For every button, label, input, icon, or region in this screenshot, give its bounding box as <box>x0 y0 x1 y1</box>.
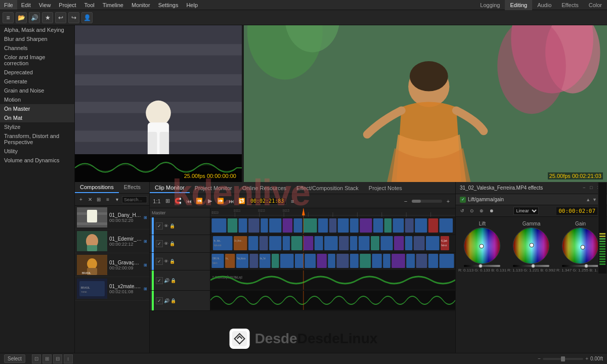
menu-settings[interactable]: Settings <box>154 0 183 10</box>
effect-blur[interactable]: Blur and Sharpen <box>0 34 74 43</box>
rp-interpolation-select[interactable]: Linear <box>513 207 539 215</box>
zoom-in-btn[interactable]: + <box>444 197 453 206</box>
loop-btn[interactable]: 🔁 <box>237 197 246 206</box>
status-snap-btn[interactable]: ⊡ <box>32 354 41 363</box>
rp-record-btn[interactable]: ⏺ <box>487 207 495 215</box>
gamma-color-wheel[interactable] <box>513 228 549 264</box>
track-v3-eye[interactable]: 👁 <box>164 241 168 246</box>
track-v3-check[interactable]: ✓ <box>156 240 163 247</box>
bin-item-2[interactable]: BRASIL 01_Gravação_Musica_C... 00:02:00:… <box>75 253 149 277</box>
status-fit-btn[interactable]: ↕ <box>64 354 73 363</box>
rw-btn[interactable]: ⏪ <box>195 197 204 206</box>
track-v4-lock[interactable]: 🔒 <box>169 223 175 229</box>
user-btn[interactable]: 👤 <box>81 12 93 23</box>
effect-up-btn[interactable]: ▲ <box>586 197 590 202</box>
menu-edit[interactable]: Edit <box>17 0 35 10</box>
zoom-out-btn[interactable]: − <box>401 197 410 206</box>
effect-on-mat[interactable]: On Mat <box>0 113 74 122</box>
fit-btn[interactable]: ⊞ <box>163 197 172 206</box>
timeline-timecode[interactable]: 00:02:21:83 <box>248 197 286 205</box>
snap-btn[interactable]: 🧲 <box>174 197 183 206</box>
effect-transform[interactable]: Transform, Distort and Perspective <box>0 131 74 147</box>
open-file-btn[interactable]: 📂 <box>16 12 27 23</box>
menu-help[interactable]: Help <box>182 0 202 10</box>
select-btn[interactable]: Select <box>4 354 25 363</box>
rp-paste-btn[interactable]: ⊕ <box>478 207 486 215</box>
play-btn[interactable]: ▶ <box>205 197 214 206</box>
bin-item-0[interactable]: 01_Dany_Hey_Vc_AI.MP... 00:00:52:20 ⊞ <box>75 206 149 230</box>
rp-minimize[interactable]: − <box>583 185 589 191</box>
effect-motion[interactable]: Motion <box>0 95 74 104</box>
track-a2-mute[interactable]: 🔊 <box>164 298 169 303</box>
effect-generate[interactable]: Generate <box>0 77 74 86</box>
bins-filter-btn[interactable]: ▾ <box>113 195 121 204</box>
tab-editing[interactable]: Editing <box>505 0 532 10</box>
track-v3-lock[interactable]: 🔒 <box>169 241 175 246</box>
rp-reset-btn[interactable]: ↺ <box>458 207 466 215</box>
effect-stylize[interactable]: Stylize <box>0 122 74 131</box>
status-tool-btn[interactable]: ⊞ <box>42 354 52 363</box>
gain-color-wheel[interactable] <box>562 228 598 264</box>
tab-audio[interactable]: Audio <box>532 0 556 10</box>
tab-compositions[interactable]: Compositions <box>75 182 119 193</box>
effect-grain[interactable]: Grain and Noise <box>0 86 74 95</box>
track-v4-eye[interactable]: 👁 <box>164 223 168 229</box>
tab-effect-stack[interactable]: Effect/Composition Stack <box>291 184 364 193</box>
status-view-btn[interactable]: ⊟ <box>53 354 62 363</box>
tab-clip-monitor[interactable]: Clip Monitor <box>150 183 190 193</box>
zoom-slider[interactable] <box>543 358 583 360</box>
menu-view[interactable]: View <box>35 0 55 10</box>
star-btn[interactable]: ★ <box>42 12 53 23</box>
tab-online-resources[interactable]: Online Resources <box>237 184 291 193</box>
effect-down-btn[interactable]: ▼ <box>592 197 597 202</box>
track-v4-check[interactable]: ✓ <box>156 222 163 230</box>
effect-alpha[interactable]: Alpha, Mask and Keying <box>0 25 74 34</box>
bin-item-1[interactable]: 01_Edemir_Levanta da... 00:00:22:12 ⊞ <box>75 230 149 253</box>
track-v2-lock[interactable]: 🔒 <box>169 259 175 264</box>
bins-list-btn[interactable]: ≡ <box>104 195 112 204</box>
audio-btn[interactable]: 🔊 <box>29 12 40 23</box>
rp-copy-btn[interactable]: ⊙ <box>468 207 476 215</box>
rp-timecode[interactable]: 00:00:02:07 <box>556 207 597 215</box>
zoom-plus-icon[interactable]: + <box>585 356 588 361</box>
bin-item-3[interactable]: BRASIL THINK 01_x2mate.com-Brasil... 00:… <box>75 277 149 301</box>
rp-maximize[interactable]: □ <box>590 185 596 191</box>
tab-project-notes[interactable]: Project Notes <box>364 184 407 193</box>
tab-logging[interactable]: Logging <box>475 0 505 10</box>
track-a1-mute[interactable]: 🔊 <box>164 278 169 283</box>
next-btn[interactable]: ⏭ <box>227 197 236 206</box>
menu-tool[interactable]: Tool <box>80 0 99 10</box>
track-a1-check[interactable]: ✓ <box>156 277 163 284</box>
ff-btn[interactable]: ⏩ <box>216 197 225 206</box>
prev-btn[interactable]: ⏮ <box>184 197 193 206</box>
bins-grid-btn[interactable]: ⊞ <box>95 195 103 204</box>
tab-project-monitor[interactable]: Project Monitor <box>190 184 237 193</box>
zoom-btn[interactable]: 1:1 <box>152 197 161 206</box>
redo-btn[interactable]: ↪ <box>68 12 79 23</box>
track-a2-check[interactable]: ✓ <box>156 297 163 304</box>
effect-on-master[interactable]: On Master <box>0 104 74 113</box>
lift-color-wheel[interactable] <box>464 228 500 264</box>
track-a2-lock[interactable]: 🔒 <box>170 298 176 303</box>
gamma-slider[interactable] <box>513 265 549 267</box>
effect-color[interactable]: Color and Image correction <box>0 53 74 68</box>
effect-enable-btn[interactable]: ✓ <box>460 197 466 203</box>
bins-add-btn[interactable]: + <box>77 195 85 204</box>
tab-effects-bin[interactable]: Effects <box>119 182 146 193</box>
menu-project[interactable]: Project <box>55 0 80 10</box>
effect-volume[interactable]: Volume and Dynamics <box>0 156 74 165</box>
tab-color[interactable]: Color <box>584 0 607 10</box>
zoom-minus-icon[interactable]: − <box>538 356 541 361</box>
track-v2-check[interactable]: ✓ <box>156 258 163 265</box>
menu-icon[interactable]: ≡ <box>3 12 14 23</box>
gain-slider[interactable] <box>562 265 598 267</box>
effect-deprecated[interactable]: Deprecated <box>0 68 74 77</box>
effect-utility[interactable]: Utility <box>0 147 74 156</box>
undo-btn[interactable]: ↩ <box>55 12 66 23</box>
effect-channels[interactable]: Channels <box>0 43 74 53</box>
tab-effects[interactable]: Effects <box>556 0 583 10</box>
bins-delete-btn[interactable]: ✕ <box>86 195 94 204</box>
more-btn[interactable]: ≡ <box>288 197 297 206</box>
menu-file[interactable]: File <box>0 0 17 10</box>
menu-timeline[interactable]: Timeline <box>99 0 127 10</box>
